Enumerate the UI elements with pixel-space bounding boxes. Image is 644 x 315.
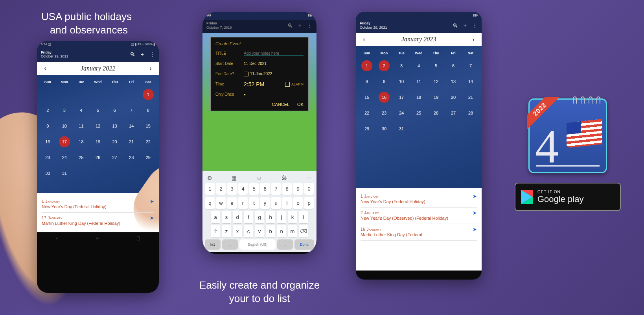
calendar-cell[interactable]: 30 (375, 121, 393, 137)
calendar-cell[interactable]: 22 (358, 105, 375, 121)
end-date-checkbox[interactable] (244, 72, 248, 76)
keyboard-key[interactable]: u (271, 197, 281, 209)
calendar-cell[interactable]: 5 (90, 102, 107, 118)
calendar-cell[interactable]: 11 (73, 118, 90, 134)
calendar-cell[interactable]: 1 (358, 58, 375, 74)
add-icon[interactable]: + (298, 22, 302, 29)
recents-icon[interactable]: ⎕ (137, 235, 140, 241)
more-icon[interactable]: ⋮ (472, 22, 478, 29)
calendar-cell[interactable] (73, 87, 90, 102)
keyboard-key[interactable]: ⌫ (299, 225, 308, 237)
keyboard-key[interactable]: 9 (293, 183, 303, 195)
calendar-cell[interactable] (123, 165, 140, 181)
calendar-cell[interactable]: 4 (73, 102, 90, 118)
calendar-cell[interactable]: 1 (140, 87, 156, 102)
keyboard-key[interactable]: i (282, 197, 292, 209)
keyboard-key[interactable]: 2 (216, 183, 226, 195)
calendar-cell[interactable]: 13 (445, 74, 462, 89)
end-date-value[interactable]: 11-Jan-2022 (250, 72, 304, 76)
done-key[interactable]: Done (294, 239, 314, 250)
google-play-badge[interactable]: GET IT ON Google play (515, 183, 621, 211)
calendar-cell[interactable]: 6 (106, 102, 123, 118)
keyboard-key[interactable]: e (227, 197, 237, 209)
calendar-grid[interactable]: SunMonTueWedThuFriSat1234567891011121314… (37, 75, 159, 193)
calendar-cell[interactable]: 18 (73, 134, 90, 150)
keyboard-key[interactable]: j (277, 211, 286, 223)
calendar-cell[interactable]: 30 (39, 165, 56, 181)
calendar-cell[interactable]: 25 (410, 105, 427, 121)
calendar-cell[interactable]: 5 (427, 58, 445, 74)
calendar-cell[interactable]: 31 (393, 121, 410, 137)
keyboard-key[interactable]: l (299, 211, 308, 223)
keyboard-key[interactable]: d (233, 211, 242, 223)
calendar-cell[interactable]: 14 (462, 74, 479, 89)
calendar-cell[interactable] (427, 121, 445, 137)
calendar-cell[interactable]: 28 (462, 105, 479, 121)
calendar-cell[interactable]: 20 (445, 89, 462, 105)
events-list[interactable]: 1 JanuaryNew Year's Day (Federal Holiday… (356, 188, 482, 271)
recurrence-dropdown[interactable]: ▾ (244, 92, 304, 96)
search-icon[interactable]: 🔍︎ (287, 22, 293, 29)
calendar-cell[interactable]: 23 (39, 150, 56, 165)
calendar-cell[interactable] (56, 87, 73, 102)
keyboard-key[interactable]: 1 (205, 183, 215, 195)
start-date-value[interactable]: 11-Dec-2021 (244, 61, 304, 66)
calendar-cell[interactable]: 14 (123, 118, 140, 134)
keyboard-key[interactable]: n (277, 225, 286, 237)
keyboard-key[interactable]: c (244, 225, 253, 237)
calendar-cell[interactable]: 16 (39, 134, 56, 150)
event-item[interactable]: 16 JanuaryMartin Luther King Day (Federa… (361, 224, 477, 241)
calendar-cell[interactable]: 9 (375, 74, 393, 89)
calendar-cell[interactable]: 3 (56, 102, 73, 118)
calendar-cell[interactable]: 21 (462, 89, 479, 105)
keyboard-key[interactable]: a (211, 211, 220, 223)
calendar-cell[interactable]: 29 (140, 150, 156, 165)
keyboard-key[interactable]: p (304, 197, 314, 209)
keyboard-key[interactable]: 0 (304, 183, 314, 195)
calendar-cell[interactable]: 2 (375, 58, 393, 74)
calendar-cell[interactable]: 28 (123, 150, 140, 165)
cancel-button[interactable]: CANCEL (272, 102, 289, 107)
calendar-cell[interactable]: 12 (427, 74, 445, 89)
kb-clipboard-icon[interactable]: ▦ (232, 175, 237, 181)
calendar-cell[interactable]: 7 (462, 58, 479, 74)
kb-settings-icon[interactable]: ⚙ (207, 175, 212, 181)
calendar-cell[interactable]: 24 (393, 105, 410, 121)
calendar-cell[interactable]: 3 (393, 58, 410, 74)
calendar-cell[interactable]: 11 (410, 74, 427, 89)
calendar-cell[interactable] (462, 121, 479, 137)
kb-mic-icon[interactable]: 🎤︎ (282, 175, 287, 181)
keyboard-key[interactable]: y (260, 197, 270, 209)
keyboard-key[interactable]: ⇧ (211, 225, 220, 237)
calendar-cell[interactable] (90, 165, 107, 181)
calendar-cell[interactable]: 2 (39, 102, 56, 118)
calendar-cell[interactable]: 27 (106, 150, 123, 165)
event-title-input[interactable] (244, 51, 304, 56)
calendar-cell[interactable]: 8 (140, 102, 156, 118)
calendar-cell[interactable]: 7 (123, 102, 140, 118)
calendar-cell[interactable]: 10 (56, 118, 73, 134)
event-item[interactable]: 1 JanuaryNew Year's Day (Federal Holiday… (42, 196, 154, 213)
calendar-cell[interactable]: 23 (375, 105, 393, 121)
event-item[interactable]: 2 JanuaryNew Year's Day (Observed) (Fede… (361, 208, 477, 224)
calendar-cell[interactable]: 9 (39, 118, 56, 134)
ok-button[interactable]: OK (297, 102, 304, 107)
calendar-cell[interactable]: 18 (410, 89, 427, 105)
calendar-cell[interactable] (445, 121, 462, 137)
calendar-cell[interactable] (106, 87, 123, 102)
keyboard-key[interactable]: h (266, 211, 275, 223)
keyboard-key[interactable]: w (216, 197, 226, 209)
calendar-cell[interactable]: 27 (445, 105, 462, 121)
sym-key[interactable]: !#1 (205, 239, 221, 250)
calendar-cell[interactable]: 17 (393, 89, 410, 105)
keyboard-key[interactable]: z (222, 225, 231, 237)
more-icon[interactable]: ⋮ (307, 22, 313, 29)
keyboard-key[interactable]: m (288, 225, 297, 237)
soft-keyboard[interactable]: ⚙ ▦ ☺ 🎤︎ ⋯ 1234567890qwertyuiopasdfghjkl… (202, 171, 316, 252)
keyboard-key[interactable]: 4 (238, 183, 248, 195)
search-icon[interactable]: 🔍︎ (130, 51, 135, 57)
keyboard-key[interactable]: 8 (282, 183, 292, 195)
calendar-cell[interactable]: 25 (73, 150, 90, 165)
calendar-grid[interactable]: SunMonTueWedThuFriSat1234567891011121314… (356, 46, 482, 188)
keyboard-key[interactable]: b (266, 225, 275, 237)
